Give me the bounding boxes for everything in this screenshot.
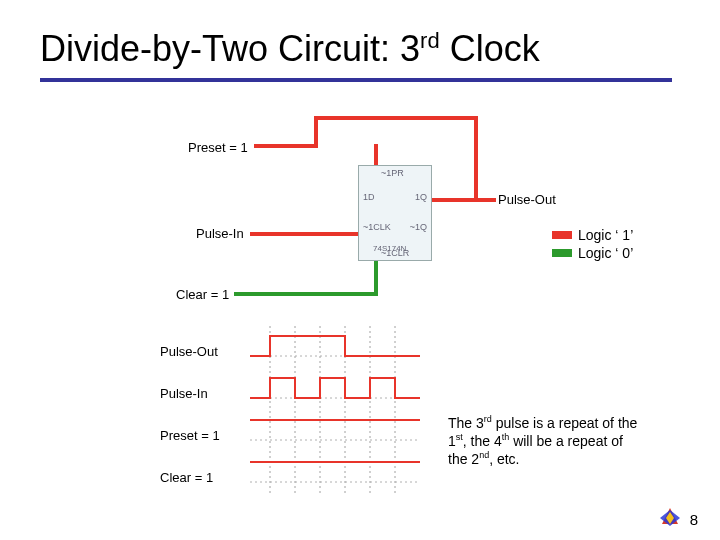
timing-waveforms (250, 326, 420, 506)
title-suffix: Clock (440, 28, 540, 69)
title-super: rd (420, 28, 440, 53)
timing-label-preset: Preset = 1 (160, 428, 240, 443)
wire-pulse-in (250, 232, 360, 236)
legend: Logic ‘ 1’ Logic ‘ 0’ (552, 226, 633, 262)
timing-label-pulse-in: Pulse-In (160, 386, 240, 401)
timing-label-clear: Clear = 1 (160, 470, 240, 485)
timing-label-pulse-out: Pulse-Out (160, 344, 240, 359)
wire-pulse-out (424, 198, 496, 202)
corner-glyph-icon (658, 506, 682, 526)
legend-row-logic1: Logic ‘ 1’ (552, 226, 633, 244)
legend-row-logic0: Logic ‘ 0’ (552, 244, 633, 262)
page-number: 8 (690, 511, 698, 528)
legend-swatch-logic1 (552, 231, 572, 239)
wire-preset (254, 144, 318, 148)
legend-label-logic1: Logic ‘ 1’ (578, 227, 633, 243)
flip-flop: ~1PR 1D 1Q ~1CLK ~1Q ~1CLR 74S174N (358, 165, 432, 261)
ff-pin-qn: ~1Q (410, 222, 427, 232)
pulse-out-label: Pulse-Out (498, 192, 556, 207)
wire-clear-h (234, 292, 376, 296)
wire-preset-drop (374, 144, 378, 166)
wire-feedback-top (314, 116, 474, 120)
slide-title: Divide-by-Two Circuit: 3rd Clock (40, 28, 540, 70)
slide: Divide-by-Two Circuit: 3rd Clock Preset … (0, 0, 720, 540)
ff-pin-clk: ~1CLK (363, 222, 391, 232)
explanation-text: The 3rd pulse is a repeat of the 1st, th… (448, 414, 638, 468)
ff-part-number: 74S174N (373, 244, 406, 253)
preset-label: Preset = 1 (188, 140, 248, 155)
title-prefix: Divide-by-Two Circuit: 3 (40, 28, 420, 69)
legend-label-logic0: Logic ‘ 0’ (578, 245, 633, 261)
clear-label: Clear = 1 (176, 287, 229, 302)
wire-feedback-right (474, 116, 478, 202)
title-underline (40, 78, 672, 82)
pulse-in-label: Pulse-In (196, 226, 244, 241)
timing-diagram: Pulse-Out Pulse-In Preset = 1 Clear = 1 (160, 326, 420, 506)
ff-pin-d: 1D (363, 192, 375, 202)
ff-pin-q: 1Q (415, 192, 427, 202)
ff-pin-pr: ~1PR (381, 168, 404, 178)
wire-clear-v (374, 260, 378, 296)
legend-swatch-logic0 (552, 249, 572, 257)
